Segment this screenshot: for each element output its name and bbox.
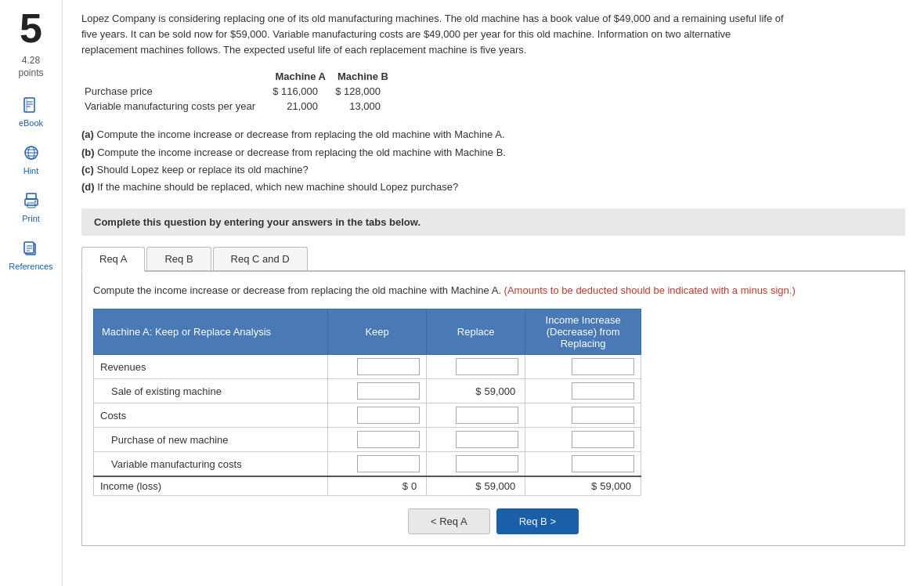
table-row-sale: Sale of existing machine $ 59,000 bbox=[94, 379, 641, 403]
income-revenues-input[interactable] bbox=[572, 358, 634, 375]
question-d: (d) If the machine should be replaced, w… bbox=[81, 179, 905, 196]
analysis-table: Machine A: Keep or Replace Analysis Keep… bbox=[93, 309, 641, 496]
sidebar: 5 4.28 points eBook bbox=[0, 0, 63, 586]
replace-var-mfg bbox=[427, 452, 525, 477]
svg-rect-10 bbox=[27, 194, 36, 199]
replace-sale: $ 59,000 bbox=[427, 379, 525, 403]
replace-costs bbox=[427, 403, 525, 428]
replace-purchase-input[interactable] bbox=[456, 431, 518, 448]
nav-buttons: < Req A Req B > bbox=[93, 508, 893, 534]
sidebar-item-hint[interactable]: Hint bbox=[20, 142, 42, 175]
income-sale-input[interactable] bbox=[572, 382, 634, 400]
col-header-keep: Keep bbox=[328, 309, 427, 355]
next-button[interactable]: Req B > bbox=[496, 508, 579, 534]
keep-income: $ 0 bbox=[328, 476, 427, 496]
points-suffix: points bbox=[18, 67, 43, 78]
var-cost-a: 21,000 bbox=[269, 99, 332, 114]
col-header-machine-b: Machine B bbox=[332, 69, 395, 84]
income-purchase bbox=[525, 428, 641, 452]
replace-revenues-input[interactable] bbox=[456, 358, 518, 375]
question-number: 5 bbox=[20, 8, 42, 49]
tab-req-b[interactable]: Req B bbox=[146, 247, 211, 270]
label-revenues: Revenues bbox=[94, 355, 328, 379]
tab-req-c-d[interactable]: Req C and D bbox=[213, 247, 308, 270]
replace-sale-value: 59,000 bbox=[485, 385, 519, 397]
label-sale: Sale of existing machine bbox=[94, 379, 328, 403]
sidebar-item-print[interactable]: Print bbox=[20, 190, 42, 223]
hint-label: Hint bbox=[23, 166, 39, 175]
printer-icon bbox=[20, 190, 42, 212]
keep-costs-input[interactable] bbox=[357, 407, 420, 424]
replace-revenues bbox=[427, 355, 525, 379]
sidebar-item-ebook[interactable]: eBook bbox=[19, 94, 43, 128]
instruction-note: (Amounts to be deducted should be indica… bbox=[504, 284, 796, 296]
svg-point-13 bbox=[34, 201, 36, 202]
col-header-income: Income Increase(Decrease) fromReplacing bbox=[525, 309, 641, 355]
label-costs: Costs bbox=[94, 403, 328, 428]
sidebar-item-references[interactable]: References bbox=[9, 237, 52, 271]
label-purchase: Purchase of new machine bbox=[94, 428, 328, 452]
table-row-costs: Costs bbox=[94, 403, 641, 428]
income-costs-input[interactable] bbox=[572, 407, 634, 424]
tab-req-a[interactable]: Req A bbox=[81, 247, 145, 272]
question-b: (b) Compute the income increase or decre… bbox=[81, 144, 905, 161]
table-row-revenues: Revenues bbox=[94, 355, 641, 379]
intro-paragraph: Lopez Company is considering replacing o… bbox=[81, 11, 786, 58]
svg-rect-0 bbox=[24, 98, 34, 112]
question-a: (a) Compute the income increase or decre… bbox=[81, 126, 905, 143]
income-purchase-input[interactable] bbox=[572, 431, 634, 448]
income-var-mfg bbox=[525, 452, 641, 477]
replace-costs-input[interactable] bbox=[456, 407, 518, 424]
col-header-replace: Replace bbox=[427, 309, 525, 355]
replace-purchase bbox=[427, 428, 525, 452]
keep-sale bbox=[328, 379, 427, 403]
row-label-purchase: Purchase price bbox=[81, 84, 269, 99]
label-income-loss: Income (loss) bbox=[94, 476, 328, 496]
keep-revenues-input[interactable] bbox=[357, 358, 420, 375]
col-header-machine-a: Machine A bbox=[269, 69, 332, 84]
income-income-dollar: $ bbox=[591, 480, 597, 492]
complete-bar: Complete this question by entering your … bbox=[81, 208, 905, 236]
income-sale bbox=[525, 379, 641, 403]
purchase-price-a: $ 116,000 bbox=[269, 84, 332, 99]
questions-block: (a) Compute the income increase or decre… bbox=[81, 126, 905, 195]
question-c: (c) Should Lopez keep or replace its old… bbox=[81, 161, 905, 179]
ebook-label: eBook bbox=[19, 118, 43, 128]
svg-rect-15 bbox=[24, 242, 34, 253]
table-row-income-loss: Income (loss) $ 0 $ 59,000 bbox=[94, 476, 641, 496]
row-label-var-costs: Variable manufacturing costs per year bbox=[81, 99, 269, 114]
copy-icon bbox=[20, 237, 42, 259]
col-header-analysis: Machine A: Keep or Replace Analysis bbox=[94, 309, 328, 355]
tab-content-req-a: Compute the income increase or decrease … bbox=[81, 272, 905, 547]
keep-costs bbox=[328, 403, 427, 428]
income-revenues bbox=[525, 355, 641, 379]
var-cost-b: 13,000 bbox=[332, 99, 395, 114]
keep-revenues bbox=[328, 355, 427, 379]
purchase-price-b: $ 128,000 bbox=[332, 84, 395, 99]
keep-var-mfg-input[interactable] bbox=[357, 455, 420, 472]
prev-button[interactable]: < Req A bbox=[408, 508, 490, 534]
keep-income-dollar: $ bbox=[402, 480, 408, 492]
keep-sale-input[interactable] bbox=[357, 382, 420, 400]
svg-rect-1 bbox=[26, 98, 27, 112]
replace-sale-dollar: $ bbox=[475, 385, 481, 397]
replace-income-dollar: $ bbox=[475, 480, 481, 492]
income-var-mfg-input[interactable] bbox=[572, 455, 634, 472]
replace-income: $ 59,000 bbox=[427, 476, 525, 496]
replace-income-value: 59,000 bbox=[485, 480, 519, 492]
points-label: 4.28 bbox=[22, 55, 40, 66]
instruction-text: Compute the income increase or decrease … bbox=[93, 283, 893, 298]
print-label: Print bbox=[22, 214, 40, 223]
references-label: References bbox=[9, 262, 52, 271]
income-costs bbox=[525, 403, 641, 428]
keep-income-value: 0 bbox=[411, 480, 420, 492]
tabs-row: Req A Req B Req C and D bbox=[81, 247, 905, 272]
income-income-value: 59,000 bbox=[600, 480, 634, 492]
keep-purchase-input[interactable] bbox=[357, 431, 420, 448]
table-row-var-mfg: Variable manufacturing costs bbox=[94, 452, 641, 477]
label-var-mfg: Variable manufacturing costs bbox=[94, 452, 328, 477]
keep-purchase bbox=[328, 428, 427, 452]
svg-rect-11 bbox=[25, 199, 38, 205]
table-row-purchase: Purchase of new machine bbox=[94, 428, 641, 452]
replace-var-mfg-input[interactable] bbox=[456, 455, 518, 472]
